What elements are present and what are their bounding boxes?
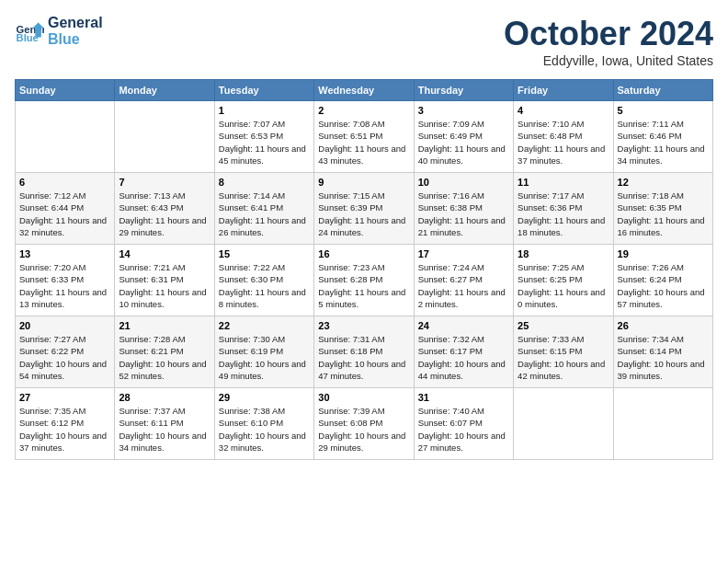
- day-info: Sunrise: 7:23 AMSunset: 6:28 PMDaylight:…: [318, 261, 409, 310]
- weekday-header: Saturday: [613, 80, 712, 101]
- day-info: Sunrise: 7:32 AMSunset: 6:17 PMDaylight:…: [418, 333, 509, 382]
- calendar-cell: 20Sunrise: 7:27 AMSunset: 6:22 PMDayligh…: [16, 316, 115, 388]
- location: Eddyville, Iowa, United States: [504, 53, 713, 68]
- day-info: Sunrise: 7:11 AMSunset: 6:46 PMDaylight:…: [618, 118, 709, 167]
- day-number: 19: [618, 248, 709, 259]
- calendar-cell: 5Sunrise: 7:11 AMSunset: 6:46 PMDaylight…: [613, 101, 712, 173]
- calendar-week-row: 27Sunrise: 7:35 AMSunset: 6:12 PMDayligh…: [16, 388, 713, 460]
- calendar-cell: 1Sunrise: 7:07 AMSunset: 6:53 PMDaylight…: [214, 101, 313, 173]
- calendar-cell: 6Sunrise: 7:12 AMSunset: 6:44 PMDaylight…: [16, 173, 115, 245]
- calendar-cell: 10Sunrise: 7:16 AMSunset: 6:38 PMDayligh…: [414, 173, 513, 245]
- calendar-cell: 27Sunrise: 7:35 AMSunset: 6:12 PMDayligh…: [16, 388, 115, 460]
- calendar-week-row: 13Sunrise: 7:20 AMSunset: 6:33 PMDayligh…: [16, 245, 713, 316]
- day-number: 3: [418, 105, 509, 116]
- calendar-cell: 22Sunrise: 7:30 AMSunset: 6:19 PMDayligh…: [214, 316, 313, 388]
- day-number: 20: [19, 320, 110, 331]
- page-header: General Blue General Blue October 2024 E…: [15, 15, 713, 68]
- day-number: 30: [318, 392, 409, 403]
- day-info: Sunrise: 7:10 AMSunset: 6:48 PMDaylight:…: [518, 118, 609, 167]
- day-info: Sunrise: 7:39 AMSunset: 6:08 PMDaylight:…: [318, 405, 409, 454]
- day-info: Sunrise: 7:37 AMSunset: 6:11 PMDaylight:…: [119, 405, 210, 454]
- svg-text:Blue: Blue: [17, 32, 39, 43]
- logo: General Blue General Blue: [15, 15, 103, 47]
- day-info: Sunrise: 7:28 AMSunset: 6:21 PMDaylight:…: [119, 333, 210, 382]
- day-info: Sunrise: 7:08 AMSunset: 6:51 PMDaylight:…: [318, 118, 409, 167]
- calendar-cell: 7Sunrise: 7:13 AMSunset: 6:43 PMDaylight…: [115, 173, 214, 245]
- day-number: 8: [219, 177, 310, 188]
- calendar-cell: 9Sunrise: 7:15 AMSunset: 6:39 PMDaylight…: [314, 173, 414, 245]
- day-number: 18: [518, 248, 609, 259]
- day-number: 13: [19, 248, 110, 259]
- month-title: October 2024: [504, 15, 713, 53]
- calendar-cell: 26Sunrise: 7:34 AMSunset: 6:14 PMDayligh…: [613, 316, 712, 388]
- day-number: 14: [119, 248, 210, 259]
- calendar-cell: 4Sunrise: 7:10 AMSunset: 6:48 PMDaylight…: [514, 101, 613, 173]
- calendar-cell: 29Sunrise: 7:38 AMSunset: 6:10 PMDayligh…: [214, 388, 313, 460]
- day-info: Sunrise: 7:21 AMSunset: 6:31 PMDaylight:…: [119, 261, 210, 310]
- day-info: Sunrise: 7:31 AMSunset: 6:18 PMDaylight:…: [318, 333, 409, 382]
- day-number: 25: [518, 320, 609, 331]
- calendar-cell: 15Sunrise: 7:22 AMSunset: 6:30 PMDayligh…: [214, 245, 313, 316]
- day-info: Sunrise: 7:16 AMSunset: 6:38 PMDaylight:…: [418, 190, 509, 238]
- calendar-cell: 13Sunrise: 7:20 AMSunset: 6:33 PMDayligh…: [16, 245, 115, 316]
- calendar-cell: 19Sunrise: 7:26 AMSunset: 6:24 PMDayligh…: [613, 245, 712, 316]
- calendar-week-row: 1Sunrise: 7:07 AMSunset: 6:53 PMDaylight…: [16, 101, 713, 173]
- day-number: 23: [318, 320, 409, 331]
- day-number: 1: [219, 105, 310, 116]
- day-number: 28: [119, 392, 210, 403]
- weekday-header-row: SundayMondayTuesdayWednesdayThursdayFrid…: [16, 80, 713, 101]
- day-number: 12: [618, 177, 709, 188]
- weekday-header: Monday: [115, 80, 214, 101]
- day-info: Sunrise: 7:09 AMSunset: 6:49 PMDaylight:…: [418, 118, 509, 167]
- calendar-cell: 3Sunrise: 7:09 AMSunset: 6:49 PMDaylight…: [414, 101, 513, 173]
- day-number: 6: [19, 177, 110, 188]
- calendar-week-row: 20Sunrise: 7:27 AMSunset: 6:22 PMDayligh…: [16, 316, 713, 388]
- weekday-header: Friday: [514, 80, 613, 101]
- calendar-cell: 11Sunrise: 7:17 AMSunset: 6:36 PMDayligh…: [514, 173, 613, 245]
- day-info: Sunrise: 7:27 AMSunset: 6:22 PMDaylight:…: [19, 333, 110, 382]
- day-number: 2: [318, 105, 409, 116]
- calendar-cell: 17Sunrise: 7:24 AMSunset: 6:27 PMDayligh…: [414, 245, 513, 316]
- day-number: 16: [318, 248, 409, 259]
- calendar-cell: 30Sunrise: 7:39 AMSunset: 6:08 PMDayligh…: [314, 388, 414, 460]
- day-number: 15: [219, 248, 310, 259]
- day-number: 26: [618, 320, 709, 331]
- day-info: Sunrise: 7:40 AMSunset: 6:07 PMDaylight:…: [418, 405, 509, 454]
- day-info: Sunrise: 7:14 AMSunset: 6:41 PMDaylight:…: [219, 190, 310, 238]
- calendar-cell: 21Sunrise: 7:28 AMSunset: 6:21 PMDayligh…: [115, 316, 214, 388]
- day-number: 5: [618, 105, 709, 116]
- day-info: Sunrise: 7:22 AMSunset: 6:30 PMDaylight:…: [219, 261, 310, 310]
- calendar-cell: 16Sunrise: 7:23 AMSunset: 6:28 PMDayligh…: [314, 245, 414, 316]
- day-info: Sunrise: 7:33 AMSunset: 6:15 PMDaylight:…: [518, 333, 609, 382]
- calendar-cell: [514, 388, 613, 460]
- logo-blue: Blue: [48, 31, 103, 48]
- day-info: Sunrise: 7:24 AMSunset: 6:27 PMDaylight:…: [418, 261, 509, 310]
- calendar-cell: [613, 388, 712, 460]
- day-info: Sunrise: 7:17 AMSunset: 6:36 PMDaylight:…: [518, 190, 609, 238]
- day-number: 31: [418, 392, 509, 403]
- calendar-cell: [115, 101, 214, 173]
- day-info: Sunrise: 7:35 AMSunset: 6:12 PMDaylight:…: [19, 405, 110, 454]
- weekday-header: Sunday: [16, 80, 115, 101]
- logo-wordmark: General Blue: [48, 15, 103, 47]
- weekday-header: Thursday: [414, 80, 513, 101]
- calendar-table: SundayMondayTuesdayWednesdayThursdayFrid…: [15, 79, 713, 460]
- day-info: Sunrise: 7:26 AMSunset: 6:24 PMDaylight:…: [618, 261, 709, 310]
- logo-general: General: [48, 15, 103, 31]
- day-number: 29: [219, 392, 310, 403]
- day-number: 7: [119, 177, 210, 188]
- calendar-cell: 18Sunrise: 7:25 AMSunset: 6:25 PMDayligh…: [514, 245, 613, 316]
- day-number: 21: [119, 320, 210, 331]
- day-number: 24: [418, 320, 509, 331]
- day-number: 17: [418, 248, 509, 259]
- day-info: Sunrise: 7:13 AMSunset: 6:43 PMDaylight:…: [119, 190, 210, 238]
- day-number: 27: [19, 392, 110, 403]
- logo-icon: General Blue: [15, 17, 44, 46]
- calendar-cell: 31Sunrise: 7:40 AMSunset: 6:07 PMDayligh…: [414, 388, 513, 460]
- day-info: Sunrise: 7:15 AMSunset: 6:39 PMDaylight:…: [318, 190, 409, 238]
- weekday-header: Tuesday: [214, 80, 313, 101]
- calendar-cell: [16, 101, 115, 173]
- calendar-cell: 25Sunrise: 7:33 AMSunset: 6:15 PMDayligh…: [514, 316, 613, 388]
- title-area: October 2024 Eddyville, Iowa, United Sta…: [504, 15, 713, 68]
- day-info: Sunrise: 7:38 AMSunset: 6:10 PMDaylight:…: [219, 405, 310, 454]
